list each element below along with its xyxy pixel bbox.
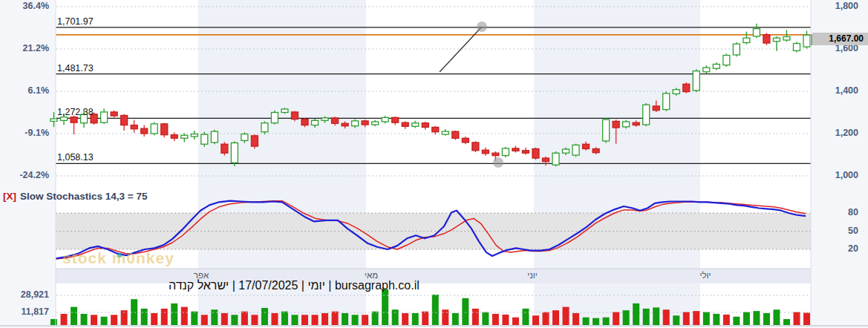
volume-bar <box>643 309 650 325</box>
volume-bar <box>703 312 710 325</box>
candle <box>372 122 379 125</box>
candle <box>121 115 128 125</box>
candle <box>392 117 399 122</box>
candle <box>382 117 388 122</box>
volume-bar <box>301 315 308 325</box>
price-axis-label: 1,400 <box>815 85 858 96</box>
month-label: יולי <box>699 271 711 280</box>
trendline-handle-icon[interactable] <box>493 157 503 168</box>
volume-bar <box>372 312 379 325</box>
candle <box>101 112 108 122</box>
candle <box>552 153 559 165</box>
candle <box>713 65 719 69</box>
volume-bar <box>50 319 57 325</box>
volume-bar <box>342 313 348 325</box>
level-label: 1,272.38 <box>57 107 94 117</box>
candle <box>301 119 308 125</box>
volume-bar <box>211 309 218 325</box>
stoch-axis-label: 80 <box>815 207 858 217</box>
trendline[interactable] <box>440 27 482 72</box>
stoch-axis-label: 20 <box>815 243 858 254</box>
level-label: 1,481.73 <box>57 63 94 73</box>
stochastic-remove-button[interactable]: [X] <box>3 191 16 202</box>
candle <box>462 138 469 142</box>
candle <box>161 124 168 135</box>
candle <box>482 150 489 154</box>
stochastic-indicator-label: [X]Slow Stochastics 14,3 = 75 <box>3 191 147 202</box>
volume-bar <box>522 309 529 325</box>
volume-bar <box>552 310 559 325</box>
volume-bar <box>472 309 479 325</box>
volume-bar <box>572 313 579 325</box>
candle <box>71 117 77 122</box>
candle <box>643 105 650 125</box>
volume-bar <box>251 315 258 325</box>
candle <box>593 149 599 153</box>
candle <box>703 68 710 72</box>
volume-bar <box>171 304 177 325</box>
current-price-box: 1,667.00 <box>812 33 868 45</box>
volume-bar <box>201 315 208 325</box>
volume-bar <box>793 312 800 325</box>
watermark-dot-icon <box>117 253 122 258</box>
percent-axis-label: 6.1% <box>0 85 49 96</box>
price-axis-label: 1,200 <box>815 128 858 138</box>
candle <box>312 120 319 125</box>
volume-bar <box>663 309 670 325</box>
candle <box>231 143 238 163</box>
candle <box>291 112 298 119</box>
candle <box>512 148 519 151</box>
candle <box>332 118 339 123</box>
chart-root: 36.4%1,80021.2%1,6006.1%1,400-9.1%1,200-… <box>0 0 868 328</box>
volume-bar <box>151 313 157 325</box>
volume-bar <box>141 309 148 325</box>
volume-bar <box>502 315 509 325</box>
volume-bar <box>683 312 690 325</box>
volume-bar <box>382 289 388 325</box>
candle <box>793 44 800 51</box>
candle <box>613 121 619 128</box>
candle <box>492 153 499 155</box>
candle <box>50 119 57 121</box>
volume-bar <box>542 312 549 325</box>
volume-bar <box>181 307 188 325</box>
trendline-handle-icon[interactable] <box>477 22 487 32</box>
candle <box>603 119 610 141</box>
volume-bar <box>281 312 288 325</box>
candle <box>773 38 780 42</box>
candle <box>733 44 740 55</box>
volume-bar <box>241 312 248 325</box>
volume-bar <box>653 307 659 325</box>
chart-caption: יומי | 17/07/2025 | ישראל קנדה | bursagr… <box>169 279 420 292</box>
volume-bar <box>332 312 339 325</box>
volume-bar <box>231 315 238 325</box>
volume-bar <box>191 312 198 325</box>
candle <box>181 135 188 138</box>
candle <box>623 122 630 127</box>
candle <box>281 109 288 113</box>
volume-bar <box>422 312 428 325</box>
volume-bar <box>221 313 228 325</box>
volume-bar <box>673 315 679 325</box>
volume-bar <box>763 313 770 325</box>
volume-bar <box>291 315 298 325</box>
volume-bar <box>271 313 278 325</box>
volume-bar <box>312 315 319 325</box>
candle <box>352 121 359 126</box>
volume-bar <box>713 314 719 325</box>
volume-bar <box>753 311 760 325</box>
percent-axis-label: -24.2% <box>0 170 49 180</box>
percent-axis-label: 36.4% <box>0 1 49 11</box>
level-label: 1,701.97 <box>57 16 94 27</box>
candle <box>502 148 509 156</box>
volume-bar <box>613 312 619 325</box>
volume-bar <box>261 308 268 325</box>
candle <box>191 134 198 137</box>
volume-bar <box>81 314 88 325</box>
candle <box>633 122 639 125</box>
volume-bar <box>101 317 108 325</box>
candle <box>753 29 760 36</box>
volume-bar <box>412 313 419 325</box>
volume-bar <box>803 313 810 325</box>
volume-bar <box>482 312 489 325</box>
